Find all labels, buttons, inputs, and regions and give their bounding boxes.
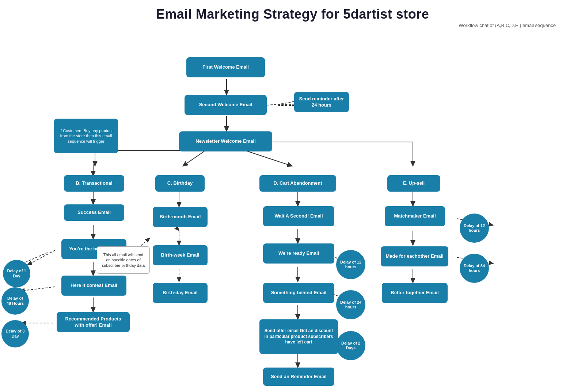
c-birthday: C. Birthday: [155, 175, 205, 192]
better-together-email: Better together Email: [382, 283, 448, 303]
first-welcome-email: First Welcome Email: [186, 57, 265, 77]
matchmaker-email: Matchmaker Email: [385, 206, 445, 226]
delay-2days: Delay of 2 Days: [336, 331, 365, 360]
delay-48h: Delay of 48 Hours: [1, 287, 29, 315]
send-reminder-email: Send an Reminder Email: [263, 368, 334, 386]
here-comes-email: Here it comes! Email: [61, 276, 126, 296]
birth-day-email: Birth-day Email: [153, 283, 208, 303]
delay-12h-cart: Delay of 12 hours: [336, 250, 365, 279]
birthday-note: This all email will send on specific dat…: [97, 246, 150, 274]
page-subtitle: Workflow chat of (A,B,C,D,E ) email sequ…: [0, 23, 585, 28]
made-eachother-email: Made for eachother Email: [381, 246, 448, 266]
newsletter-welcome-email: Newsletter Welcome Email: [179, 131, 272, 151]
delay-12h-upsell: Delay of 12 hours: [460, 214, 489, 243]
birth-month-email: Birth-month Email: [153, 207, 208, 227]
were-ready-email: We're ready Email: [263, 243, 334, 264]
something-behind-email: Something behind Email: [263, 283, 334, 303]
e-upsell: E. Up-sell: [387, 175, 440, 192]
page-title: Email Marketing Strategy for 5dartist st…: [0, 0, 585, 22]
delay-34h: Delay of 34 hours: [460, 254, 489, 283]
delay-3day: Delay of 3 Day: [1, 320, 29, 347]
second-welcome-email: Second Welcome Email: [185, 95, 267, 115]
if-customers-note: If Customers Buy any product from the st…: [54, 119, 118, 153]
d-cart-abandonment: D. Cart Abandonment: [259, 175, 336, 192]
wait-second-email: Wait A Second! Email: [263, 206, 334, 226]
delay-1day: Delay of 1 Day: [3, 260, 30, 287]
send-offer-email: Send offer email Get an discount in part…: [259, 319, 338, 354]
diagram-container: First Welcome Email Second Welcome Email…: [0, 28, 585, 392]
b-transactional: B. Transactional: [64, 175, 124, 192]
svg-line-5: [245, 150, 292, 166]
delay-24h: Delay of 24 hours: [336, 290, 365, 319]
success-email: Success Email: [64, 204, 124, 221]
recommended-email: Recommended Products with offer! Email: [57, 312, 130, 332]
birth-week-email: Birth-week Email: [153, 245, 208, 265]
send-reminder-24h: Send reminder after 24 hours: [294, 92, 349, 112]
